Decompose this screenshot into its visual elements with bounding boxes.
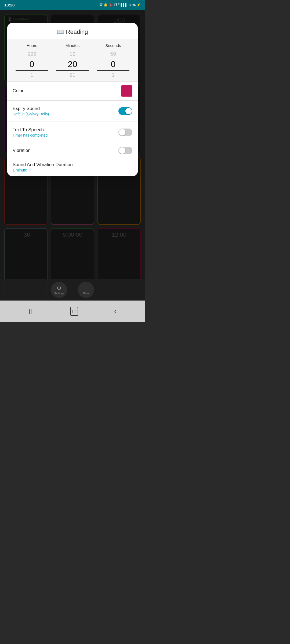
tts-label: Text To Speech <box>13 127 112 133</box>
vibration-toggle[interactable] <box>118 147 132 154</box>
minutes-column[interactable]: 19 20 21 <box>52 50 93 79</box>
settings-section: Color Expiry Sound Default (Galaxy Bells… <box>7 81 138 176</box>
seconds-prev: 59 <box>110 50 116 58</box>
sound-duration-sublabel: 1 minute <box>13 168 132 172</box>
hours-prev: 999 <box>27 50 36 58</box>
text-to-speech-row[interactable]: Text To Speech Timer has completed <box>13 122 132 143</box>
minutes-current: 20 <box>68 59 77 69</box>
seconds-current: 0 <box>111 59 115 69</box>
gallery-icon: 🖼 <box>99 3 103 7</box>
color-label: Color <box>13 88 24 94</box>
seconds-current-wrap: 0 <box>97 58 129 71</box>
tts-knob <box>119 129 125 136</box>
vibration-left: Vibration <box>13 148 118 153</box>
expiry-sound-knob <box>125 108 132 114</box>
tts-sublabel: Timer has completed <box>13 133 112 137</box>
modal-title: 📖 Reading <box>57 28 88 35</box>
seconds-next: 1 <box>112 71 115 79</box>
battery-indicator: 88% <box>129 3 136 7</box>
sound-duration-label: Sound And Vibration Duration <box>13 162 132 167</box>
status-bar: 18:28 🖼 🔔 🔇 LTE ▌▌▌ 88% ⚡ <box>0 0 145 10</box>
vibration-row[interactable]: Vibration <box>13 143 132 158</box>
expiry-sound-row[interactable]: Expiry Sound Default (Galaxy Bells) <box>13 101 132 122</box>
vibration-label: Vibration <box>13 148 118 153</box>
time-picker[interactable]: Hours Minutes Seconds 999 0 1 19 20 <box>7 39 138 81</box>
sound-duration-left: Sound And Vibration Duration 1 minute <box>13 162 132 172</box>
charging-icon: ⚡ <box>137 3 141 7</box>
hours-current: 0 <box>30 59 34 69</box>
home-nav-button[interactable]: □ <box>70 307 78 316</box>
expiry-sound-toggle[interactable] <box>118 107 132 115</box>
modal-header: 📖 Reading <box>7 23 138 39</box>
time-values-grid: 999 0 1 19 20 21 59 <box>7 50 138 79</box>
sound-duration-row[interactable]: Sound And Vibration Duration 1 minute <box>13 158 132 176</box>
hours-current-wrap: 0 <box>16 58 48 71</box>
expiry-sound-sublabel: Default (Galaxy Bells) <box>13 112 112 116</box>
vibration-knob <box>119 147 125 154</box>
expiry-sound-label: Expiry Sound <box>13 106 112 111</box>
minutes-current-wrap: 20 <box>56 58 89 71</box>
seconds-column[interactable]: 59 0 1 <box>93 50 133 79</box>
seconds-label: Seconds <box>93 43 133 48</box>
volume-icon: 🔇 <box>109 3 113 7</box>
status-icons: 🖼 🔔 🔇 LTE ▌▌▌ 88% ⚡ <box>99 3 141 7</box>
back-nav-button[interactable]: ‹ <box>114 308 116 315</box>
expiry-sound-left: Expiry Sound Default (Galaxy Bells) <box>13 106 112 116</box>
tts-toggle[interactable] <box>118 129 132 136</box>
separator-1 <box>114 104 114 118</box>
expiry-sound-right <box>112 104 132 118</box>
minutes-next: 21 <box>70 71 75 79</box>
hours-label: Hours <box>12 43 52 48</box>
minutes-label: Minutes <box>52 43 93 48</box>
android-nav-bar: ||| □ ‹ <box>0 301 145 322</box>
time-labels-row: Hours Minutes Seconds <box>7 41 138 50</box>
network-icon: LTE <box>114 3 119 7</box>
vibration-right <box>118 147 132 154</box>
tts-left: Text To Speech Timer has completed <box>13 127 112 137</box>
status-time: 18:28 <box>4 3 15 7</box>
color-swatch[interactable] <box>121 85 132 97</box>
hours-column[interactable]: 999 0 1 <box>12 50 52 79</box>
color-row[interactable]: Color <box>13 82 132 100</box>
separator-2 <box>114 126 114 139</box>
recents-nav-button[interactable]: ||| <box>29 309 34 314</box>
reading-timer-modal: 📖 Reading Hours Minutes Seconds 999 0 1 <box>7 23 138 176</box>
notification-icon: 🔔 <box>104 3 108 7</box>
minutes-prev: 19 <box>70 50 75 58</box>
signal-icon: ▌▌▌ <box>121 3 128 7</box>
tts-right <box>112 126 132 139</box>
modal-overlay: 📖 Reading Hours Minutes Seconds 999 0 1 <box>0 10 145 301</box>
hours-next: 1 <box>30 71 33 79</box>
